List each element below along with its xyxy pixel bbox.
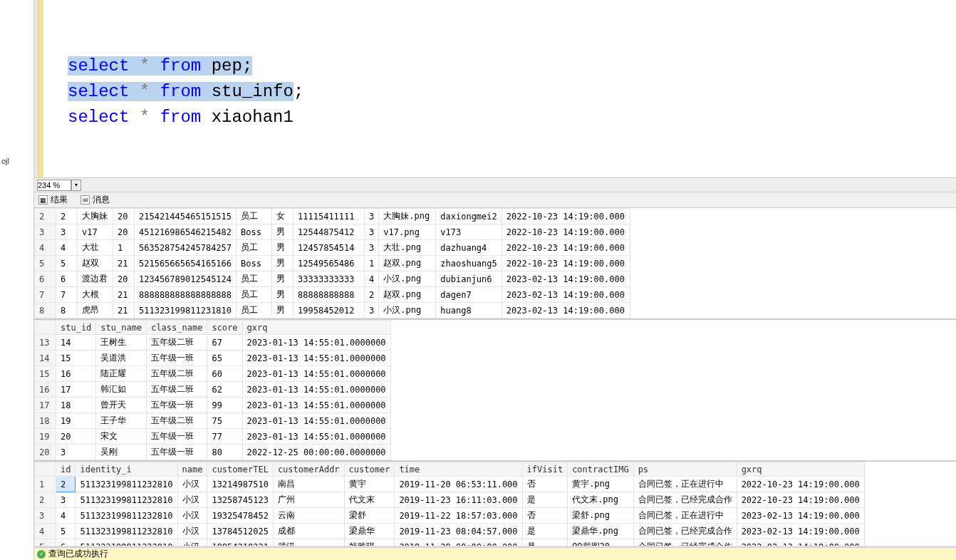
cell[interactable]: 男	[272, 240, 293, 256]
cell[interactable]: 17	[56, 382, 96, 398]
cell[interactable]: 曾开天	[96, 398, 147, 413]
cell[interactable]: 2019-11-20 06:53:11.000	[395, 477, 522, 492]
table-row[interactable]: 1718曾开天五年级一班992023-01-13 14:55:01.000000…	[35, 398, 391, 413]
cell[interactable]: 2019-11-22 18:57:03.000	[395, 508, 522, 524]
cell[interactable]: 是	[522, 524, 568, 539]
cell[interactable]: 五年级二班	[147, 335, 207, 351]
cell[interactable]: 2022-10-23 14:19:00.000	[502, 224, 630, 240]
column-header[interactable]	[35, 321, 56, 335]
table-row[interactable]: 44大壮1563528754245784257员工男124578545143大壮…	[35, 240, 630, 256]
table-row[interactable]: 1617韩汇如五年级二班622023-01-13 14:55:01.000000…	[35, 382, 391, 398]
cell[interactable]: 员工	[237, 240, 272, 256]
cell[interactable]: 南昌	[273, 477, 344, 492]
cell[interactable]: daxiongmei2	[436, 209, 502, 224]
table-row[interactable]: 1819王子华五年级二班752023-01-13 14:55:01.000000…	[35, 413, 391, 429]
column-header[interactable]: stu_id	[56, 321, 96, 335]
cell[interactable]: 武汉	[273, 539, 344, 546]
result-grid-3[interactable]: ididentity_inamecustomerTELcustomerAddrc…	[34, 462, 956, 546]
table-row[interactable]: 45511323199811232810小汉13784512025成都梁鼎华20…	[35, 524, 865, 539]
column-header[interactable]	[35, 462, 56, 477]
cell[interactable]: 合同已签，已经完成合作	[633, 492, 737, 508]
table-row[interactable]: 77大根21888888888888888888员工男888888888882赵…	[35, 287, 630, 303]
cell[interactable]: 韩汇如	[96, 382, 147, 398]
cell[interactable]: 511323199811232810	[76, 508, 177, 524]
result-grid-2[interactable]: stu_idstu_nameclass_namescoregxrq1314王树生…	[34, 320, 956, 462]
column-header[interactable]: stu_name	[96, 321, 147, 335]
cell[interactable]: 1	[35, 477, 56, 492]
cell[interactable]: 18854210231	[207, 539, 273, 546]
cell[interactable]: 77	[207, 429, 242, 445]
cell[interactable]: dazhuang4	[436, 240, 502, 256]
table-row[interactable]: 55赵双21521565665654165166Boss男12549565486…	[35, 256, 630, 271]
cell[interactable]: 小汉	[177, 492, 207, 508]
cell[interactable]: 男	[272, 303, 293, 318]
cell[interactable]: 大壮	[78, 240, 113, 256]
cell[interactable]: 8	[56, 303, 78, 318]
cell[interactable]: 20	[113, 271, 135, 287]
cell[interactable]: 14	[35, 351, 56, 366]
object-explorer-panel[interactable]: ojl	[0, 0, 34, 560]
table-row[interactable]: 1314王树生五年级二班672023-01-13 14:55:01.000000…	[35, 335, 391, 351]
cell[interactable]: 14	[56, 335, 96, 351]
cell[interactable]: 虎昂	[78, 303, 113, 318]
cell[interactable]: 19	[35, 429, 56, 445]
cell[interactable]: 2023-01-13 14:55:01.0000000	[242, 351, 390, 366]
cell[interactable]: 员工	[237, 271, 272, 287]
cell[interactable]: 五年级一班	[147, 398, 207, 413]
cell[interactable]: QQ截图20...	[568, 539, 633, 546]
cell[interactable]: 511323199811232810	[76, 492, 177, 508]
cell[interactable]: 19958452012	[293, 303, 365, 318]
zoom-dropdown-icon[interactable]: ▾	[71, 180, 81, 191]
table-row[interactable]: 1516陆正耀五年级二班602023-01-13 14:55:01.000000…	[35, 366, 391, 382]
cell[interactable]: 男	[272, 271, 293, 287]
cell[interactable]: 大壮.png	[379, 240, 436, 256]
tab-results[interactable]: ▦ 结果	[38, 194, 68, 206]
cell[interactable]: 2023-01-13 14:55:01.0000000	[242, 335, 390, 351]
cell[interactable]: 6	[35, 271, 56, 287]
cell[interactable]: 云南	[273, 508, 344, 524]
cell[interactable]: 合同已签，正在进行中	[633, 477, 737, 492]
cell[interactable]: 888888888888888888	[135, 287, 237, 303]
cell[interactable]: v17	[78, 224, 113, 240]
table-row[interactable]: 34511323199811232810小汉19325478452云南梁舒201…	[35, 508, 865, 524]
table-row[interactable]: 1920宋文五年级一班772023-01-13 14:55:01.0000000	[35, 429, 391, 445]
cell[interactable]: 五年级二班	[147, 382, 207, 398]
table-row[interactable]: 56511323199811232810小汉18854210231武汉韩雅琪20…	[35, 539, 865, 546]
column-header[interactable]: class_name	[147, 321, 207, 335]
table-row[interactable]: 33v1720451216986546215482Boss男1254487541…	[35, 224, 630, 240]
cell[interactable]: 梁舒.png	[568, 508, 633, 524]
cell[interactable]: 20	[113, 224, 135, 240]
cell[interactable]: dubianjun6	[436, 271, 502, 287]
cell[interactable]: 13	[35, 335, 56, 351]
cell[interactable]: 563528754245784257	[135, 240, 237, 256]
cell[interactable]: 小汉.png	[379, 271, 436, 287]
cell[interactable]: 33333333333	[293, 271, 365, 287]
cell[interactable]: 2023-02-13 14:19:00.000	[502, 303, 630, 318]
cell[interactable]: 2023-02-13 14:19:00.000	[502, 287, 630, 303]
cell[interactable]: 3	[35, 508, 56, 524]
cell[interactable]: 2023-02-13 14:19:00.000	[737, 524, 864, 539]
cell[interactable]: 梁鼎华	[344, 524, 395, 539]
cell[interactable]: 2	[35, 209, 56, 224]
cell[interactable]: 五年级一班	[147, 429, 207, 445]
table-row[interactable]: 12511323199811232810小汉13214987510南昌黄宇201…	[35, 477, 865, 492]
cell[interactable]: 4	[365, 271, 379, 287]
cell[interactable]: 21	[113, 287, 135, 303]
cell[interactable]: 合同已签，已经完成合作	[633, 524, 737, 539]
cell[interactable]: 陆正耀	[96, 366, 147, 382]
cell[interactable]: 21	[113, 256, 135, 271]
cell[interactable]: 代文末.png	[568, 492, 633, 508]
cell[interactable]: 4	[56, 240, 78, 256]
cell[interactable]: 2022-10-23 14:19:00.000	[502, 256, 630, 271]
table-row[interactable]: 23511323199811232810小汉13258745123广州代文末20…	[35, 492, 865, 508]
cell[interactable]: 2	[365, 287, 379, 303]
cell[interactable]: 小汉	[177, 508, 207, 524]
cell[interactable]: 合同已签，已经完成合作	[633, 539, 737, 546]
cell[interactable]: 20	[113, 209, 135, 224]
cell[interactable]: 小汉	[177, 477, 207, 492]
cell[interactable]: 15	[35, 366, 56, 382]
cell[interactable]: v173	[436, 224, 502, 240]
column-header[interactable]: customer	[344, 462, 395, 477]
column-header[interactable]: gxrq	[737, 462, 864, 477]
cell[interactable]: 2019-11-23 08:04:57.000	[395, 524, 522, 539]
